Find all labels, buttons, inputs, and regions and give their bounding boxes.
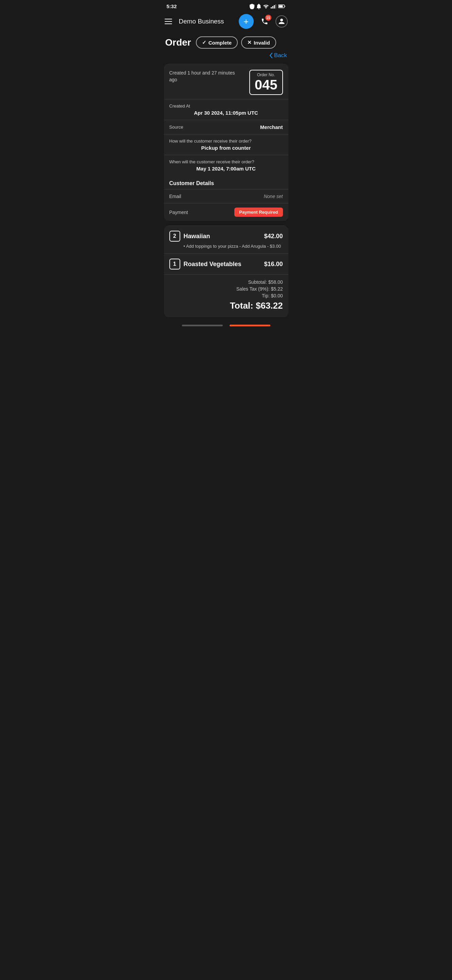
nav-bar: Demo Business + 15 xyxy=(160,11,292,32)
receive-when-row: When will the customer receive their ord… xyxy=(164,155,289,176)
subtotal-line: Subtotal: $58.00 xyxy=(170,279,283,285)
shield-icon xyxy=(250,4,254,9)
tax-line: Sales Tax (9%): $5.22 xyxy=(170,286,283,292)
table-row: 2 Hawaiian $42.00 • Add toppings to your… xyxy=(164,226,289,253)
order-number-box: Order No. 045 xyxy=(249,70,283,95)
receive-method-value: Pickup from counter xyxy=(170,145,283,151)
email-value: None set xyxy=(263,194,282,199)
source-value: Merchant xyxy=(260,124,283,130)
payment-label: Payment xyxy=(170,210,188,215)
back-label: Back xyxy=(274,52,287,59)
bottom-indicator-2 xyxy=(230,325,270,326)
item-name-1: Roasted Vegetables xyxy=(184,261,261,268)
svg-rect-2 xyxy=(274,5,275,8)
status-time: 5:32 xyxy=(167,3,177,9)
complete-button[interactable]: ✓ Complete xyxy=(196,37,238,49)
menu-icon[interactable] xyxy=(165,16,176,27)
add-button[interactable]: + xyxy=(239,14,254,29)
svg-rect-1 xyxy=(272,6,273,8)
table-row: 1 Roasted Vegetables $16.00 xyxy=(164,253,289,274)
created-text: Created 1 hour and 27 minutes ago xyxy=(170,70,237,83)
complete-label: Complete xyxy=(208,40,232,46)
battery-icon xyxy=(278,5,286,8)
svg-rect-5 xyxy=(279,5,282,8)
source-row: Source Merchant xyxy=(164,120,289,134)
phone-button[interactable]: 15 xyxy=(257,14,272,29)
item-price-0: $42.00 xyxy=(264,233,282,240)
receive-when-label: When will the customer receive their ord… xyxy=(170,159,283,164)
wifi-icon xyxy=(263,5,269,8)
back-button[interactable]: Back xyxy=(270,52,287,59)
bottom-bar xyxy=(160,321,292,333)
receive-method-label: How will the customer receive their orde… xyxy=(170,138,283,143)
avatar[interactable] xyxy=(276,15,288,27)
created-at-label: Created At xyxy=(170,103,283,108)
payment-badge: Payment Required xyxy=(234,208,282,217)
source-label: Source xyxy=(170,124,183,130)
notification-icon xyxy=(257,4,261,9)
order-header: Order ✓ Complete ✕ Invalid Back xyxy=(160,32,292,62)
svg-rect-3 xyxy=(275,5,276,8)
item-price-1: $16.00 xyxy=(264,261,282,268)
payment-row: Payment Payment Required xyxy=(164,203,289,221)
status-icons xyxy=(250,4,286,9)
total-final: Total: $63.22 xyxy=(170,301,283,311)
order-card: Created 1 hour and 27 minutes ago Order … xyxy=(164,64,289,221)
order-items-card: 2 Hawaiian $42.00 • Add toppings to your… xyxy=(164,226,289,317)
receive-when-value: May 1 2024, 7:00am UTC xyxy=(170,166,283,172)
chevron-left-icon xyxy=(270,53,273,58)
created-at-row: Created At Apr 30 2024, 11:05pm UTC xyxy=(164,99,289,120)
x-icon: ✕ xyxy=(247,40,252,46)
item-name-0: Hawaiian xyxy=(184,233,261,240)
customer-details-heading: Customer Details xyxy=(164,176,289,189)
item-modifier-0: • Add toppings to your pizza - Add Arugu… xyxy=(184,243,283,249)
status-bar: 5:32 xyxy=(160,0,292,11)
totals-section: Subtotal: $58.00 Sales Tax (9%): $5.22 T… xyxy=(164,274,289,317)
card-top: Created 1 hour and 27 minutes ago Order … xyxy=(164,64,289,99)
item-qty-0: 2 xyxy=(170,231,180,242)
signal-icon xyxy=(271,5,276,8)
invalid-label: Invalid xyxy=(254,40,270,46)
receive-method-row: How will the customer receive their orde… xyxy=(164,134,289,155)
svg-rect-0 xyxy=(271,7,272,8)
email-row: Email None set xyxy=(164,189,289,203)
invalid-button[interactable]: ✕ Invalid xyxy=(241,37,276,49)
created-at-value: Apr 30 2024, 11:05pm UTC xyxy=(170,110,283,116)
check-icon: ✓ xyxy=(202,40,206,46)
phone-badge: 15 xyxy=(265,14,271,21)
order-number-value: 045 xyxy=(255,77,278,92)
bottom-indicator-1 xyxy=(182,325,223,326)
page-title: Order xyxy=(165,37,191,48)
tip-line: Tip: $0.00 xyxy=(170,293,283,298)
email-label: Email xyxy=(170,194,181,199)
nav-title: Demo Business xyxy=(179,18,235,25)
person-icon xyxy=(278,18,285,25)
item-qty-1: 1 xyxy=(170,259,180,269)
order-number-label: Order No. xyxy=(255,73,278,77)
